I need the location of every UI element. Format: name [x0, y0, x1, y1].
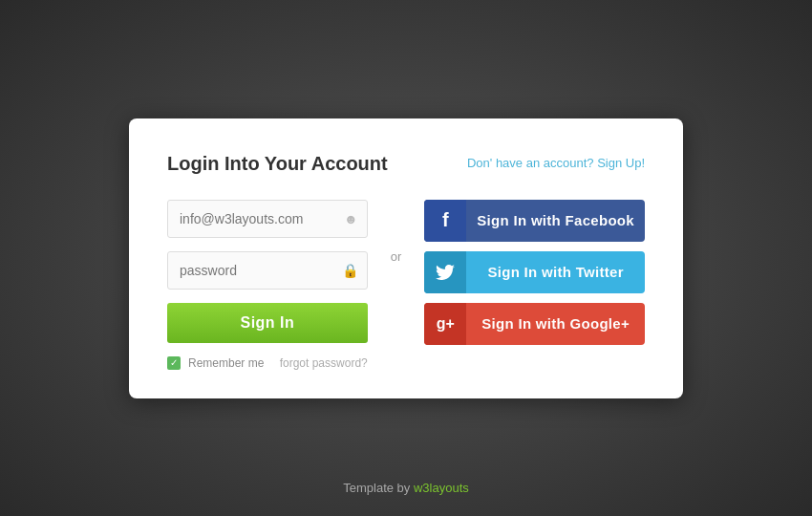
footer-brand: w3layouts — [414, 481, 469, 495]
remember-checkbox[interactable] — [167, 356, 181, 370]
google-plus-icon: g+ — [424, 303, 466, 345]
right-column: f Sign In with Facebook Sign In with Twi… — [424, 200, 645, 345]
remember-row: Remember me forgot password? — [167, 356, 368, 370]
twitter-signin-label: Sign In with Twitter — [466, 264, 645, 280]
card-body: ☻ 🔒 Sign In Remember me forgot password?… — [167, 200, 645, 370]
lock-icon: 🔒 — [342, 263, 358, 278]
user-icon: ☻ — [344, 211, 358, 226]
or-divider: or — [387, 200, 406, 264]
facebook-icon: f — [424, 200, 466, 242]
remember-label: Remember me — [188, 356, 264, 370]
signin-button[interactable]: Sign In — [167, 303, 368, 343]
email-wrapper: ☻ — [167, 200, 368, 238]
footer: Template by w3layouts — [343, 481, 469, 495]
left-column: ☻ 🔒 Sign In Remember me forgot password? — [167, 200, 368, 370]
google-signin-label: Sign In with Google+ — [466, 315, 645, 332]
signup-link[interactable]: Don' have an account? Sign Up! — [467, 156, 645, 170]
twitter-icon — [424, 251, 466, 293]
card-header: Login Into Your Account Don' have an acc… — [167, 153, 645, 175]
facebook-signin-label: Sign In with Facebook — [466, 212, 645, 228]
card-title: Login Into Your Account — [167, 153, 388, 175]
facebook-signin-button[interactable]: f Sign In with Facebook — [424, 200, 645, 242]
password-input[interactable] — [167, 251, 368, 290]
login-card: Login Into Your Account Don' have an acc… — [129, 118, 683, 398]
forgot-password-link[interactable]: forgot password? — [280, 356, 368, 370]
twitter-signin-button[interactable]: Sign In with Twitter — [424, 251, 645, 293]
password-wrapper: 🔒 — [167, 251, 368, 290]
email-input[interactable] — [167, 200, 368, 238]
google-signin-button[interactable]: g+ Sign In with Google+ — [424, 303, 645, 345]
footer-text: Template by — [343, 481, 414, 495]
